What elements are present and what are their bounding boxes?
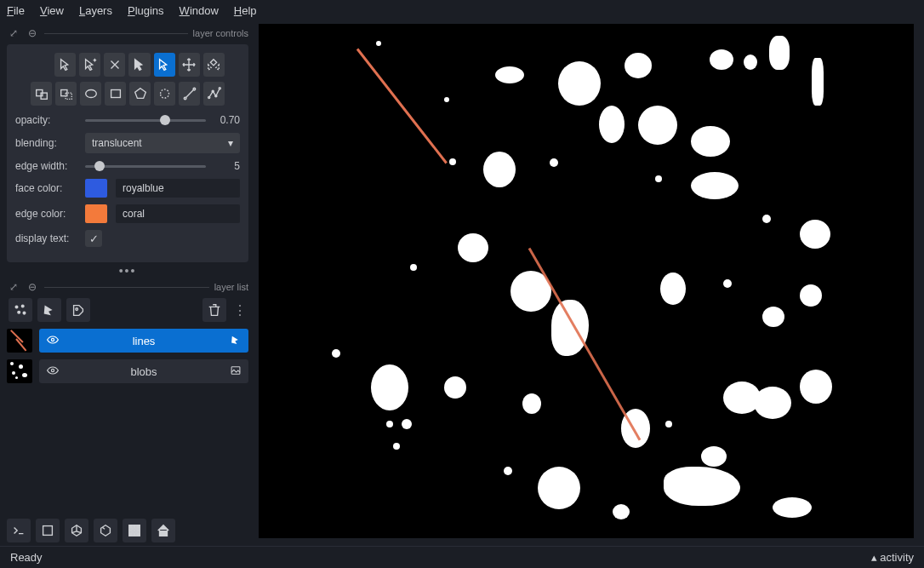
svg-point-17 [51, 338, 54, 341]
svg-rect-20 [43, 526, 53, 536]
layer-list-toolbar: ⋮ [7, 298, 248, 327]
layer-thumb [7, 329, 32, 353]
menu-help[interactable]: Help [234, 4, 257, 17]
tool-add-vertex[interactable] [79, 53, 100, 77]
tool-polygon[interactable] [129, 82, 151, 106]
console-button[interactable] [7, 519, 31, 542]
edgewidth-row: edge width: 5 [15, 160, 240, 172]
close-icon[interactable]: ⊖ [26, 281, 39, 293]
tool-lasso[interactable] [154, 82, 175, 106]
svg-point-16 [76, 308, 78, 311]
displaytext-row: display text: ✓ [15, 230, 240, 247]
tool-select-arrow[interactable] [54, 53, 76, 77]
close-icon[interactable]: ⊖ [26, 27, 39, 39]
svg-point-14 [18, 311, 20, 313]
edgewidth-label: edge width: [15, 160, 77, 172]
panel-resize-handle[interactable]: ••• [7, 264, 248, 278]
popout-icon[interactable]: ⤢ [7, 281, 20, 293]
image-icon [230, 364, 242, 379]
more-icon[interactable]: ⋮ [233, 302, 247, 318]
blending-label: blending: [15, 137, 77, 149]
layer-row-blobs[interactable]: blobs [7, 358, 248, 385]
layer-name: lines [133, 335, 156, 347]
tool-line[interactable] [179, 82, 200, 106]
svg-rect-29 [137, 533, 140, 536]
facecolor-row: face color: royalblue [15, 179, 240, 198]
edgecolor-swatch[interactable] [85, 204, 107, 223]
edgewidth-value: 5 [214, 160, 240, 172]
tool-move[interactable] [179, 53, 200, 77]
opacity-label: opacity: [15, 114, 77, 126]
svg-rect-27 [129, 533, 133, 536]
roll-button[interactable] [65, 519, 88, 542]
status-text: Ready [10, 551, 43, 564]
menu-view[interactable]: View [40, 4, 64, 17]
opacity-slider[interactable] [85, 114, 206, 126]
viewer-buttons [7, 519, 175, 542]
chevron-down-icon: ▾ [228, 137, 233, 149]
grid-button[interactable] [123, 519, 146, 542]
svg-point-12 [15, 306, 18, 308]
blending-select[interactable]: translucent▾ [85, 133, 240, 153]
status-bar: Ready ▴ activity [0, 546, 924, 568]
layer-thumb [7, 359, 32, 383]
tool-rectangle-outline[interactable] [55, 82, 77, 106]
home-button[interactable] [151, 519, 175, 542]
new-shapes-layer[interactable] [37, 298, 61, 322]
shapes-icon [230, 334, 242, 348]
delete-layer[interactable] [202, 298, 226, 322]
svg-rect-25 [133, 529, 136, 532]
menu-file[interactable]: File [7, 4, 25, 17]
new-points-layer[interactable] [9, 298, 32, 322]
ndisplay-button[interactable] [36, 519, 60, 542]
blending-row: blending: translucent▾ [15, 133, 240, 153]
tool-transform[interactable] [203, 53, 225, 77]
opacity-value: 0.70 [214, 114, 240, 126]
displaytext-checkbox[interactable]: ✓ [85, 230, 102, 247]
edgecolor-label: edge color: [15, 208, 77, 220]
tool-select[interactable] [154, 53, 175, 77]
svg-rect-24 [129, 529, 133, 532]
layer-list-header: ⤢ ⊖ layer list [7, 281, 248, 293]
sidebar: ⤢ ⊖ layer controls [0, 20, 255, 542]
tool-rect[interactable] [105, 82, 126, 106]
layer-bar[interactable]: blobs [39, 359, 248, 383]
tool-delete-vertex[interactable] [104, 53, 125, 77]
visibility-icon[interactable] [46, 333, 60, 349]
tool-rectangle-filled[interactable] [31, 82, 52, 106]
menu-plugins[interactable]: Plugins [128, 4, 164, 17]
new-labels-layer[interactable] [66, 298, 90, 322]
svg-rect-21 [129, 525, 133, 529]
canvas[interactable] [259, 24, 914, 538]
transpose-button[interactable] [94, 519, 117, 542]
layer-row-lines[interactable]: lines [7, 327, 248, 354]
menubar: File View Layers Plugins Window Help [0, 0, 924, 20]
edgecolor-row: edge color: coral [15, 204, 240, 223]
facecolor-swatch[interactable] [85, 179, 107, 198]
menu-window[interactable]: Window [180, 4, 219, 17]
layer-name: blobs [130, 365, 157, 378]
edgecolor-field[interactable]: coral [116, 204, 240, 223]
popout-icon[interactable]: ⤢ [7, 27, 20, 39]
svg-point-8 [208, 96, 209, 98]
shape-tools [15, 53, 240, 106]
layer-controls-label: layer controls [193, 28, 248, 38]
displaytext-label: display text: [15, 232, 77, 244]
svg-rect-28 [133, 533, 136, 536]
activity-indicator[interactable]: ▴ activity [871, 551, 914, 564]
tool-path[interactable] [203, 82, 225, 106]
tool-ellipse[interactable] [80, 82, 101, 106]
svg-point-13 [21, 305, 24, 307]
edgewidth-slider[interactable] [85, 160, 206, 172]
facecolor-label: face color: [15, 182, 77, 194]
svg-rect-22 [133, 525, 136, 529]
layer-controls-panel: opacity: 0.70 blending: translucent▾ edg… [7, 44, 248, 262]
svg-rect-26 [137, 529, 140, 532]
svg-point-18 [51, 369, 54, 371]
canvas-area [255, 20, 924, 542]
menu-layers[interactable]: Layers [79, 4, 112, 17]
visibility-icon[interactable] [46, 364, 60, 380]
tool-direct-select[interactable] [128, 53, 150, 77]
facecolor-field[interactable]: royalblue [116, 179, 240, 198]
layer-bar[interactable]: lines [39, 329, 248, 353]
